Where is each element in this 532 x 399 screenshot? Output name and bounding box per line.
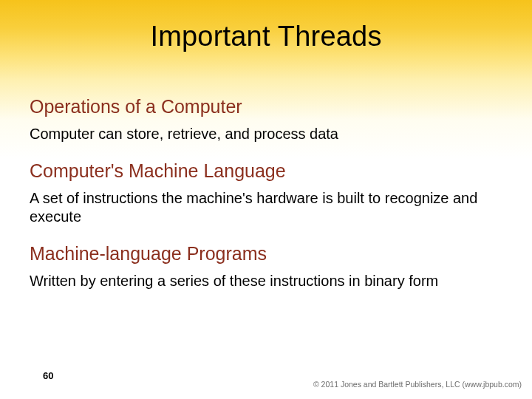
slide: Important Threads Operations of a Comput… [0, 0, 532, 399]
slide-title: Important Threads [0, 21, 532, 52]
page-number: 60 [43, 370, 53, 381]
section-body: A set of instructions the machine's hard… [30, 189, 502, 225]
section-body: Written by entering a series of these in… [30, 272, 502, 290]
section-heading: Machine-language Programs [30, 243, 502, 265]
section-body: Computer can store, retrieve, and proces… [30, 125, 502, 143]
section-heading: Operations of a Computer [30, 96, 502, 117]
section-heading: Computer's Machine Language [30, 160, 502, 182]
slide-content: Operations of a Computer Computer can st… [30, 96, 502, 308]
copyright-notice: © 2011 Jones and Bartlett Publishers, LL… [313, 380, 522, 389]
